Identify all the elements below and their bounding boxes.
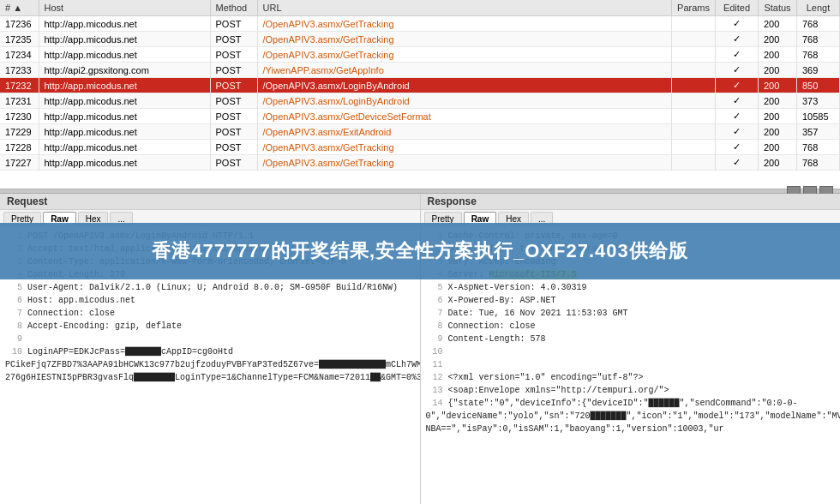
resp-line: 12<?xml version="1.0" encoding="utf-8"?> [426, 371, 836, 384]
col-header-params[interactable]: Params [672, 0, 716, 16]
resp-line: 6X-Powered-By: ASP.NET [426, 294, 836, 307]
col-header-status[interactable]: Status [759, 0, 797, 16]
overlay-banner: 香港4777777的开奖结果,安全性方案执行_OXF27.403供给版 [0, 223, 840, 279]
col-header-host[interactable]: Host [39, 0, 210, 16]
req-line: 6Host: app.micodus.net [5, 294, 415, 307]
table-row[interactable]: 17236http://app.micodus.netPOST/OpenAPIV… [0, 16, 840, 32]
col-header-length[interactable]: Lengt [797, 0, 840, 16]
resp-line: 7Date: Tue, 16 Nov 2021 11:53:03 GMT [426, 307, 836, 320]
req-line: 8Accept-Encoding: gzip, deflate [5, 320, 415, 333]
resp-line: 8Connection: close [426, 320, 836, 333]
request-pane-header: Request [0, 194, 420, 210]
table-row[interactable]: 17235http://app.micodus.netPOST/OpenAPIV… [0, 32, 840, 47]
table-row[interactable]: 17234http://app.micodus.netPOST/OpenAPIV… [0, 47, 840, 63]
req-line: 10LoginAPP=EDKJcPass=███████cAppID=cg0oH… [5, 345, 415, 384]
resp-line: 10 [426, 345, 836, 358]
resp-line: 13<soap:Envelope xmlns="http://tempuri.o… [426, 384, 836, 397]
col-header-id[interactable]: # ▲ [0, 0, 39, 16]
response-pane-header: Response [421, 194, 841, 210]
req-line: 7Connection: close [5, 307, 415, 320]
table-row[interactable]: 17228http://app.micodus.netPOST/OpenAPIV… [0, 140, 840, 155]
table-row[interactable]: 17233http://api2.gpsxitong.comPOST/Yiwen… [0, 63, 840, 78]
table-row[interactable]: 17230http://app.micodus.netPOST/OpenAPIV… [0, 109, 840, 124]
col-header-url[interactable]: URL [257, 0, 672, 16]
resp-line: 11 [426, 358, 836, 371]
req-line: 9 [5, 333, 415, 345]
col-header-method[interactable]: Method [210, 0, 257, 16]
resp-line: 9Content-Length: 578 [426, 333, 836, 345]
resp-line: 5X-AspNet-Version: 4.0.30319 [426, 281, 836, 294]
col-header-edited[interactable]: Edited [716, 0, 759, 16]
req-line: 5User-Agent: Dalvik/2.1.0 (Linux; U; And… [5, 281, 415, 294]
resp-line: 14{"state":"0","deviceInfo":{"deviceID":… [426, 397, 836, 435]
traffic-table: # ▲ Host Method URL Params Edited Status… [0, 0, 840, 171]
table-row[interactable]: 17229http://app.micodus.netPOST/OpenAPIV… [0, 124, 840, 140]
table-row[interactable]: 17227http://app.micodus.netPOST/OpenAPIV… [0, 155, 840, 171]
table-row[interactable]: 17232http://app.micodus.netPOST/OpenAPIV… [0, 78, 840, 93]
table-row[interactable]: 17231http://app.micodus.netPOST/OpenAPIV… [0, 93, 840, 109]
